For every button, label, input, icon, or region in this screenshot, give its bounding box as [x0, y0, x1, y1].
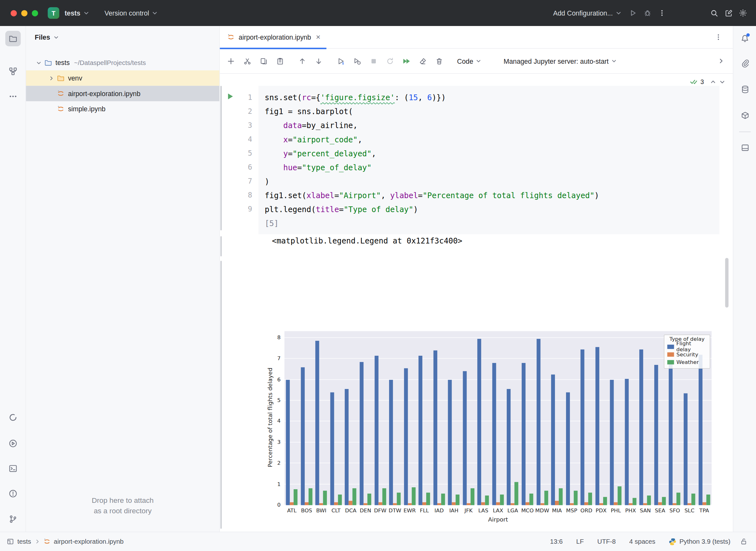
code-line[interactable]: plt.legend(title="Type of delay") [265, 202, 720, 216]
bar [456, 495, 459, 505]
line-number: 6 [220, 160, 259, 174]
code-line[interactable]: fig1.set(xlabel="Airport", ylabel="Perce… [265, 188, 720, 202]
indent-widget[interactable]: 4 spaces [629, 538, 655, 545]
debug-cell-button[interactable] [350, 54, 365, 68]
left-tool-rail [0, 26, 26, 532]
breadcrumb-file[interactable]: airport-exploration.ipynb [54, 538, 124, 545]
database-button[interactable] [737, 81, 753, 97]
tree-row-venv[interactable]: venv [26, 70, 220, 86]
move-cell-down-button[interactable] [311, 54, 326, 68]
close-tab-icon[interactable]: × [316, 33, 320, 41]
x-tick-label: DTW [388, 508, 402, 514]
output-selection-strip[interactable] [221, 261, 222, 529]
code-cell[interactable]: 123456789 sns.set(rc={'figure.figsize': … [220, 86, 719, 234]
more-tool-windows-button[interactable] [5, 89, 21, 104]
tab-airport-notebook[interactable]: airport-exploration.ipynb × [220, 26, 326, 48]
bar [566, 392, 570, 505]
legend-item: Weather [667, 358, 707, 366]
code-line[interactable]: fig1 = sns.barplot( [265, 105, 720, 118]
problems-tool-window-button[interactable] [5, 486, 21, 502]
settings-button[interactable] [736, 6, 750, 20]
cursor-position-widget[interactable]: 13:6 [550, 538, 563, 545]
minimize-window-button[interactable] [21, 10, 28, 16]
structure-tool-window-button[interactable] [5, 64, 21, 79]
run-button[interactable] [626, 6, 640, 20]
delete-cell-button[interactable] [432, 54, 446, 68]
debug-button[interactable] [640, 6, 655, 20]
code-line[interactable]: data=by_airline, [265, 118, 720, 132]
editor-scrollbar[interactable] [725, 258, 729, 308]
chevron-down-icon[interactable] [719, 79, 725, 85]
zoom-window-button[interactable] [32, 10, 38, 16]
python-interpreter-widget[interactable]: Python 3.9 (tests) [669, 538, 730, 545]
stop-kernel-button[interactable] [367, 54, 381, 68]
line-number: 1 [220, 91, 259, 105]
notifications-button[interactable] [737, 31, 753, 46]
layout-panels-button[interactable] [737, 140, 753, 155]
code-line[interactable]: x="airport_code", [265, 132, 720, 146]
copy-cell-button[interactable] [257, 54, 271, 68]
terminal-tool-window-button[interactable] [5, 461, 21, 477]
run-tool-window-button[interactable] [5, 436, 21, 451]
chevron-up-icon[interactable] [710, 79, 716, 85]
close-window-button[interactable] [10, 10, 17, 16]
bar [309, 489, 312, 505]
run-configuration-selector[interactable]: Add Configuration... [549, 6, 626, 20]
line-number: 7 [220, 174, 259, 188]
bar [397, 493, 400, 505]
bar [412, 487, 415, 505]
add-cell-button[interactable] [224, 54, 238, 68]
attachments-button[interactable] [737, 55, 753, 71]
encoding-widget[interactable]: UTF-8 [598, 538, 616, 545]
run-all-cells-button[interactable] [399, 54, 414, 68]
folder-icon [9, 34, 17, 43]
bar [477, 339, 481, 505]
cell-type-dropdown[interactable]: Code [453, 54, 485, 68]
run-cell-select-next-button[interactable] [334, 54, 348, 68]
bar [466, 503, 470, 505]
settings-sync-button[interactable] [721, 6, 736, 20]
move-cell-up-button[interactable] [295, 54, 310, 68]
output-selection-strip[interactable] [221, 236, 222, 256]
chevron-down-icon[interactable] [35, 60, 42, 65]
tree-row-simple-notebook[interactable]: simple.ipynb [26, 101, 220, 117]
more-actions-button[interactable] [655, 6, 670, 20]
bar [525, 502, 529, 505]
breadcrumb-project[interactable]: tests [17, 538, 31, 545]
paste-cell-button[interactable] [273, 54, 288, 68]
tree-row-airport-notebook[interactable]: airport-exploration.ipynb [26, 86, 220, 101]
background-tasks-button[interactable] [5, 410, 21, 425]
tab-options-button[interactable] [714, 33, 722, 41]
x-tick-label: IAD [432, 508, 446, 514]
tree-row-project-root[interactable]: tests ~/DataspellProjects/tests [26, 55, 220, 70]
run-cell-button[interactable] [227, 93, 234, 100]
code-line[interactable]: y="percent_delayed", [265, 146, 720, 160]
cell-gutter: 123456789 [220, 86, 259, 234]
git-tool-window-button[interactable] [5, 511, 21, 527]
toolbar-overflow-button[interactable] [718, 58, 724, 64]
file-tree: tests ~/DataspellProjects/tests venv air… [26, 55, 220, 117]
vcs-widget[interactable]: Version control [100, 6, 162, 20]
x-tick-label: SEA [653, 508, 667, 514]
packages-button[interactable] [737, 107, 753, 123]
titlebar: T tests Version control Add Configuratio… [0, 0, 756, 26]
line-separator-widget[interactable]: LF [576, 538, 584, 545]
project-selector[interactable]: tests [64, 6, 93, 20]
python-icon [669, 538, 676, 545]
readonly-lock-button[interactable] [740, 538, 747, 545]
restart-kernel-button[interactable] [383, 54, 397, 68]
x-tick-label: LAX [490, 508, 505, 514]
files-panel-header[interactable]: Files [26, 26, 220, 48]
cell-editor[interactable]: sns.set(rc={'figure.figsize': (15, 6)})f… [259, 86, 720, 234]
project-tool-window-button[interactable] [5, 31, 21, 46]
code-line[interactable]: sns.set(rc={'figure.figsize': (15, 6)}) [265, 91, 720, 105]
search-everywhere-button[interactable] [707, 6, 721, 20]
bar [437, 503, 441, 505]
breadcrumb: tests airport-exploration.ipynb [7, 538, 123, 545]
cut-cell-button[interactable] [240, 54, 255, 68]
jupyter-server-dropdown[interactable]: Managed Jupyter server: auto-start [500, 54, 621, 68]
clear-outputs-button[interactable] [416, 54, 430, 68]
code-line[interactable]: ) [265, 174, 720, 188]
chevron-right-icon[interactable] [47, 75, 55, 81]
code-line[interactable]: hue="type_of_delay" [265, 160, 720, 174]
